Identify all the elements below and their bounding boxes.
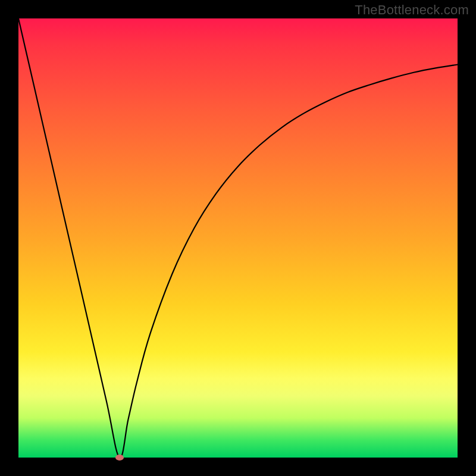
- plot-area: [18, 18, 458, 458]
- watermark-text: TheBottleneck.com: [355, 2, 469, 18]
- chart-frame: TheBottleneck.com: [0, 0, 476, 476]
- curve-svg: [18, 18, 458, 458]
- bottleneck-curve: [18, 18, 458, 458]
- optimum-marker: [115, 455, 124, 461]
